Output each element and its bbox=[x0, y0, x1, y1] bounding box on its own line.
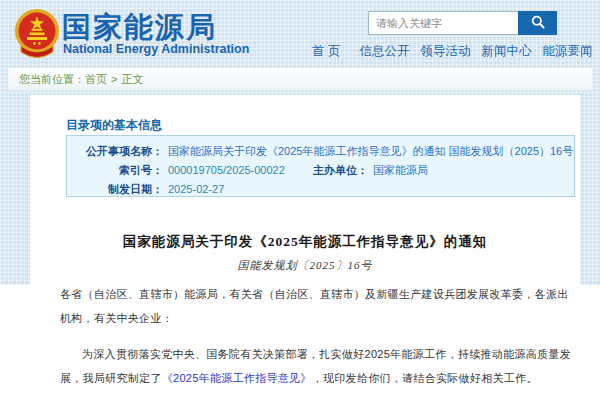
breadcrumb-home-link[interactable]: 首页 bbox=[85, 73, 107, 85]
main-nav: 首 页 信息公开 领导活动 新闻中心 能源要闻 在线办事 bbox=[312, 43, 600, 60]
national-emblem-icon bbox=[13, 6, 61, 60]
catalog-name-label: 公开事项名称： bbox=[67, 142, 163, 161]
catalog-date-label: 制发日期： bbox=[67, 180, 163, 199]
document-body: 各省（自治区、直辖市）能源局，有关省（自治区、直辖市）及新疆生产建设兵团发展改革… bbox=[60, 282, 577, 390]
site-header: 国家能源局 National Energy Administration 首 页… bbox=[0, 0, 600, 68]
document-paragraph: 为深入贯彻落实党中央、国务院有关决策部署，扎实做好2025年能源工作，持续推动能… bbox=[60, 342, 577, 390]
catalog-org-label: 主办单位： bbox=[308, 161, 368, 180]
breadcrumb-separator: > bbox=[111, 73, 117, 85]
catalog-section-title: 目录项的基本信息 bbox=[66, 117, 162, 134]
catalog-date-value: 2025-02-27 bbox=[168, 180, 224, 199]
nav-item-energy-news[interactable]: 能源要闻 bbox=[542, 43, 592, 60]
catalog-index-value: 000019705/2025-00022 bbox=[168, 161, 308, 180]
search-input[interactable] bbox=[368, 11, 518, 35]
catalog-index-label: 索引号： bbox=[67, 161, 163, 180]
document-number: 国能发规划〔2025〕16号 bbox=[30, 258, 580, 273]
search-icon bbox=[530, 14, 546, 33]
table-row: 索引号： 000019705/2025-00022 主办单位： 国家能源局 bbox=[67, 161, 574, 180]
site-subtitle-en: National Energy Administration bbox=[63, 42, 249, 56]
content-card: 目录项的基本信息 公开事项名称： 国家能源局关于印发《2025年能源工作指导意见… bbox=[30, 95, 580, 400]
nav-item-news-center[interactable]: 新闻中心 bbox=[481, 43, 531, 60]
paragraph-text: ，现印发给你们，请结合实际做好相关工作。 bbox=[312, 372, 538, 384]
guidance-opinion-link[interactable]: 《2025年能源工作指导意见》 bbox=[162, 372, 312, 384]
catalog-name-value: 国家能源局关于印发《2025年能源工作指导意见》的通知 国能发规划（2025）1… bbox=[168, 142, 573, 161]
document-salutation: 各省（自治区、直辖市）能源局，有关省（自治区、直辖市）及新疆生产建设兵团发展改革… bbox=[60, 282, 577, 330]
catalog-info-table: 公开事项名称： 国家能源局关于印发《2025年能源工作指导意见》的通知 国能发规… bbox=[66, 135, 575, 197]
table-row: 公开事项名称： 国家能源局关于印发《2025年能源工作指导意见》的通知 国能发规… bbox=[67, 142, 574, 161]
table-row: 制发日期： 2025-02-27 bbox=[67, 180, 574, 199]
search-button[interactable] bbox=[518, 11, 557, 35]
breadcrumb-prefix: 您当前位置： bbox=[19, 73, 85, 85]
search-bar bbox=[368, 11, 557, 35]
nav-item-home[interactable]: 首 页 bbox=[312, 43, 340, 60]
nav-item-leader-activities[interactable]: 领导活动 bbox=[420, 43, 470, 60]
breadcrumb-current: 正文 bbox=[121, 73, 143, 85]
catalog-org-value: 国家能源局 bbox=[373, 161, 428, 180]
document-title: 国家能源局关于印发《2025年能源工作指导意见》的通知 bbox=[30, 233, 580, 251]
breadcrumb: 您当前位置：首页>正文 bbox=[8, 68, 592, 91]
nav-item-info-disclosure[interactable]: 信息公开 bbox=[359, 43, 409, 60]
